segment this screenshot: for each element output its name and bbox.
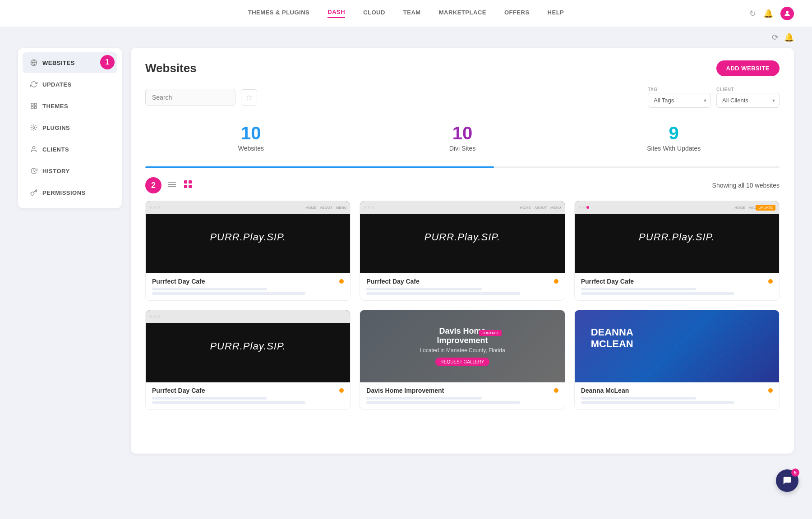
dot-active [586, 206, 589, 209]
website-card[interactable]: HOME ABOUT MENU UPDATE PURR.Play.SIP. Pu… [574, 201, 780, 301]
page-title: Websites [145, 61, 197, 75]
svg-rect-14 [189, 185, 192, 188]
chat-bubble[interactable]: 5 [776, 469, 798, 492]
permissions-icon [30, 188, 38, 197]
tag-select[interactable]: All Tags [648, 93, 711, 108]
card-thumbnail: CONTACT Davis HomeImprovement Located in… [360, 310, 564, 382]
filters-row: ☆ TAG All Tags CLIENT All Clients [145, 87, 780, 108]
dot [149, 206, 152, 209]
sidebar-item-updates[interactable]: UPDATES [23, 74, 117, 95]
website-card[interactable]: PURR.Play.SIP. Purrfect Day Cafe [145, 310, 351, 410]
davis-cta-button[interactable]: REQUEST GALLERY [435, 358, 490, 366]
card-thumb-deanna: DEANNAMCLEAN [575, 310, 779, 382]
dot [368, 206, 370, 209]
card-thumbnail: HOME ABOUT MENU PURR.Play.SIP. [146, 201, 350, 273]
svg-rect-4 [31, 106, 33, 109]
nav-themes-plugins[interactable]: THEMES & PLUGINS [248, 9, 310, 18]
card-url-bar [152, 288, 267, 290]
sidebar-themes-label: THEMES [42, 103, 68, 110]
client-label: CLIENT [716, 87, 780, 92]
grid-view-button[interactable] [182, 179, 194, 192]
sidebar-item-themes[interactable]: THEMES [23, 96, 117, 116]
purr-logo-text: PURR.Play.SIP. [210, 231, 286, 243]
card-site-name: Purrfect Day Cafe [152, 278, 205, 285]
list-view-button[interactable] [166, 179, 178, 191]
card-url-bar [581, 288, 696, 290]
user-avatar[interactable] [780, 7, 794, 20]
add-website-button[interactable]: ADD WEBSITE [716, 60, 780, 76]
client-select-wrapper: All Clients [716, 93, 780, 108]
stat-updates: 9 Sites With Updates [568, 119, 780, 157]
client-select[interactable]: All Clients [716, 93, 780, 108]
grid-controls: 2 [145, 177, 780, 193]
dot [578, 206, 581, 209]
websites-badge: 1 [100, 55, 115, 69]
stat-websites: 10 Websites [145, 119, 357, 157]
deanna-text-container: DEANNAMCLEAN [584, 319, 641, 358]
sidebar-clients-label: CLIENTS [42, 146, 69, 153]
purr-logo-text: PURR.Play.SIP. [424, 231, 500, 243]
card-info: Purrfect Day Cafe [146, 273, 350, 300]
nav-team[interactable]: TEAM [403, 9, 421, 18]
tag-label: TAG [648, 87, 711, 92]
nav-offers[interactable]: OFFERS [504, 9, 530, 18]
card-name-row: Deanna McLean [581, 387, 773, 394]
nav-help[interactable]: HELP [548, 9, 564, 18]
card-url-bar-2 [152, 401, 305, 404]
nav-marketplace[interactable]: MARKETPLACE [439, 9, 486, 18]
chat-badge: 5 [791, 468, 799, 477]
content-area: Websites ADD WEBSITE ☆ TAG All Tags CLIE… [131, 48, 794, 454]
sync-icon[interactable]: ⟳ [772, 32, 779, 42]
davis-content: CONTACT Davis HomeImprovement Located in… [420, 326, 505, 366]
toolbar-row: ⟳ 🔔 [0, 27, 812, 48]
sidebar-item-permissions[interactable]: PERMISSIONS [23, 182, 117, 203]
website-card[interactable]: HOME ABOUT MENU PURR.Play.SIP. Purrfect … [360, 201, 565, 301]
favorites-button[interactable]: ☆ [241, 89, 257, 106]
bell-icon[interactable]: 🔔 [784, 32, 794, 42]
tag-filter-group: TAG All Tags [648, 87, 711, 108]
sidebar-item-clients[interactable]: CLIENTS [23, 139, 117, 160]
stat-websites-label: Websites [145, 145, 357, 152]
card-url-bar [366, 397, 481, 400]
sidebar-item-history[interactable]: HISTORY [23, 161, 117, 181]
top-navigation: THEMES & PLUGINS DASH CLOUD TEAM MARKETP… [0, 0, 812, 27]
notification-icon[interactable]: 🔔 [763, 9, 773, 18]
card-name-row: Purrfect Day Cafe [581, 278, 773, 285]
card-info: Purrfect Day Cafe [360, 273, 564, 300]
card-site-name: Davis Home Improvement [366, 387, 444, 394]
card-top-bar [146, 310, 350, 323]
dot [149, 315, 152, 318]
svg-rect-3 [34, 103, 37, 106]
svg-rect-11 [184, 180, 187, 184]
davis-subtitle: Located in Manatee County, Florida [420, 347, 505, 354]
card-top-dots [149, 206, 160, 209]
nav-dash[interactable]: DASH [328, 9, 345, 18]
dot [153, 206, 156, 209]
svg-rect-12 [189, 180, 192, 184]
refresh-icon[interactable]: ↻ [749, 9, 756, 18]
card-url-bar-2 [366, 292, 520, 295]
status-dot [554, 388, 558, 393]
website-card[interactable]: CONTACT Davis HomeImprovement Located in… [360, 310, 565, 410]
card-info: Purrfect Day Cafe [146, 382, 350, 409]
nav-cloud[interactable]: CLOUD [363, 9, 385, 18]
dot [153, 315, 156, 318]
stat-divi-number: 10 [357, 124, 568, 142]
card-top-bar: HOME ABOUT MENU UPDATE [575, 201, 779, 214]
card-site-name: Deanna McLean [581, 387, 629, 394]
stat-websites-number: 10 [145, 124, 357, 142]
search-input[interactable] [145, 89, 235, 106]
deanna-name-text: DEANNAMCLEAN [591, 326, 633, 350]
card-info: Purrfect Day Cafe [575, 273, 779, 300]
dot [372, 206, 374, 209]
sidebar-item-websites[interactable]: WEBSITES 1 [23, 52, 117, 73]
website-card[interactable]: DEANNAMCLEAN Deanna McLean [574, 310, 780, 410]
status-dot [339, 388, 344, 393]
card-url-bar-2 [581, 401, 734, 404]
sidebar-item-plugins[interactable]: PLUGINS [23, 117, 117, 138]
websites-grid: HOME ABOUT MENU PURR.Play.SIP. Purrfect … [145, 201, 780, 410]
website-card[interactable]: HOME ABOUT MENU PURR.Play.SIP. Purrfect … [145, 201, 351, 301]
davis-title: Davis HomeImprovement [420, 326, 505, 345]
sidebar-updates-label: UPDATES [42, 81, 72, 88]
card-url-bar [152, 397, 267, 400]
